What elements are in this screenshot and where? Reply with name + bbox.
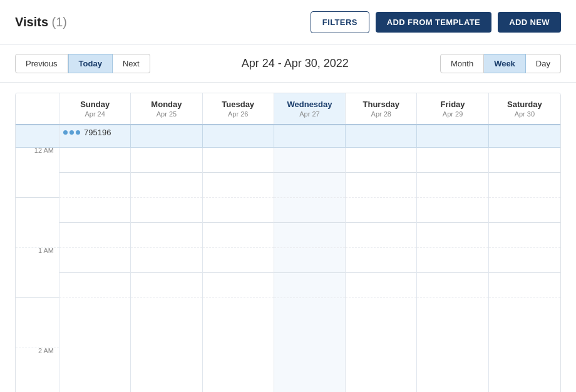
- next-button[interactable]: Next: [113, 54, 150, 73]
- event-dot: [76, 130, 80, 135]
- day-cell-3-2[interactable]: [274, 198, 345, 223]
- event-dots: [63, 130, 80, 135]
- cal-header-day-wednesday: WednesdayApr 27: [274, 93, 346, 124]
- top-actions: FILTERS ADD FROM TEMPLATE ADD NEW: [311, 11, 561, 33]
- time-slot-4: 2 AM: [16, 348, 59, 392]
- day-cell-6-5[interactable]: [489, 273, 560, 298]
- day-cell-5-3[interactable]: [417, 223, 488, 248]
- day-cell-6-0[interactable]: [489, 148, 560, 173]
- day-view-button[interactable]: Day: [526, 54, 561, 73]
- day-cell-2-5[interactable]: [203, 273, 274, 298]
- day-cell-2-0[interactable]: [203, 148, 274, 173]
- all-day-cell-4: [346, 125, 417, 147]
- time-slot-0: 12 AM: [16, 148, 59, 198]
- day-cell-5-4[interactable]: [417, 248, 488, 273]
- day-cell-0-0[interactable]: [59, 148, 130, 173]
- day-cell-3-5[interactable]: [274, 273, 345, 298]
- day-cell-0-4[interactable]: [59, 248, 130, 273]
- time-label: 1 AM: [38, 247, 54, 254]
- cal-header-day-monday: MondayApr 25: [131, 93, 202, 124]
- page-title: Visits (1): [15, 15, 67, 29]
- day-cell-3-3[interactable]: [274, 223, 345, 248]
- all-day-cell-1: [131, 125, 202, 147]
- add-new-button[interactable]: ADD NEW: [498, 12, 561, 33]
- day-cell-6-2[interactable]: [489, 198, 560, 223]
- day-cell-1-2[interactable]: [131, 198, 202, 223]
- day-cell-2-2[interactable]: [203, 198, 274, 223]
- cal-header-corner: [16, 93, 59, 124]
- event-chip[interactable]: 795196: [63, 128, 126, 137]
- all-day-cell-0: 795196: [59, 125, 131, 147]
- calendar-container: SundayApr 24MondayApr 25TuesdayApr 26Wed…: [15, 93, 561, 392]
- all-day-cell-6: [489, 125, 560, 147]
- all-day-cell-5: [417, 125, 488, 147]
- day-cell-1-0[interactable]: [131, 148, 202, 173]
- day-col-0: [59, 148, 131, 392]
- event-dot: [63, 130, 68, 135]
- day-cell-4-0[interactable]: [346, 148, 416, 173]
- day-cell-3-4[interactable]: [274, 248, 345, 273]
- time-column: 12 AM1 AM2 AM: [16, 148, 59, 392]
- day-cell-4-5[interactable]: [346, 273, 416, 298]
- date-range: Apr 24 - Apr 30, 2022: [242, 57, 349, 70]
- week-view-button[interactable]: Week: [484, 54, 526, 73]
- time-label: 2 AM: [38, 347, 54, 354]
- day-col-4: [346, 148, 417, 392]
- day-cell-2-3[interactable]: [203, 223, 274, 248]
- day-col-2: [203, 148, 274, 392]
- day-cell-1-1[interactable]: [131, 173, 202, 198]
- day-cell-5-0[interactable]: [417, 148, 488, 173]
- day-cell-1-3[interactable]: [131, 223, 202, 248]
- time-slot-1: [16, 198, 59, 248]
- all-day-cell-2: [203, 125, 274, 147]
- nav-left: Previous Today Next: [15, 54, 150, 73]
- day-cell-6-4[interactable]: [489, 248, 560, 273]
- cal-header-day-thursday: ThursdayApr 28: [346, 93, 417, 124]
- view-toggle: Month Week Day: [440, 54, 561, 73]
- day-cell-2-4[interactable]: [203, 248, 274, 273]
- day-cell-4-2[interactable]: [346, 198, 416, 223]
- cal-header-day-friday: FridayApr 29: [417, 93, 488, 124]
- cal-header-day-saturday: SaturdayApr 30: [489, 93, 560, 124]
- day-col-6: [489, 148, 560, 392]
- calendar-header: SundayApr 24MondayApr 25TuesdayApr 26Wed…: [16, 93, 560, 125]
- day-cell-2-1[interactable]: [203, 173, 274, 198]
- day-cell-4-3[interactable]: [346, 223, 416, 248]
- cal-header-day-tuesday: TuesdayApr 26: [203, 93, 274, 124]
- day-cell-3-1[interactable]: [274, 173, 345, 198]
- today-button[interactable]: Today: [68, 54, 113, 73]
- day-cell-5-1[interactable]: [417, 173, 488, 198]
- cal-header-day-sunday: SundayApr 24: [59, 93, 131, 124]
- days-grid: [59, 148, 560, 392]
- time-slot-3: [16, 298, 59, 348]
- event-dot: [69, 130, 74, 135]
- day-cell-3-0[interactable]: [274, 148, 345, 173]
- month-view-button[interactable]: Month: [440, 54, 484, 73]
- add-from-template-button[interactable]: ADD FROM TEMPLATE: [376, 12, 491, 33]
- day-cell-5-2[interactable]: [417, 198, 488, 223]
- day-cell-0-1[interactable]: [59, 173, 130, 198]
- day-cell-4-1[interactable]: [346, 173, 416, 198]
- day-cell-1-5[interactable]: [131, 273, 202, 298]
- all-day-row: 795196: [16, 125, 560, 148]
- time-label: 12 AM: [34, 148, 54, 154]
- event-id: 795196: [84, 128, 111, 137]
- calendar-body[interactable]: 12 AM1 AM2 AM: [16, 148, 560, 392]
- previous-button[interactable]: Previous: [15, 54, 68, 73]
- all-day-corner: [16, 125, 59, 147]
- day-cell-5-5[interactable]: [417, 273, 488, 298]
- day-col-5: [417, 148, 488, 392]
- day-cell-4-4[interactable]: [346, 248, 416, 273]
- day-cell-0-3[interactable]: [59, 223, 130, 248]
- day-cell-0-2[interactable]: [59, 198, 130, 223]
- day-cell-0-5[interactable]: [59, 273, 130, 298]
- day-col-1: [131, 148, 202, 392]
- time-slot-2: 1 AM: [16, 248, 59, 298]
- day-cell-6-1[interactable]: [489, 173, 560, 198]
- all-day-cell-3: [274, 125, 346, 147]
- day-cell-6-3[interactable]: [489, 223, 560, 248]
- day-col-3: [274, 148, 346, 392]
- filters-button[interactable]: FILTERS: [311, 11, 369, 33]
- day-cell-1-4[interactable]: [131, 248, 202, 273]
- top-bar: Visits (1) FILTERS ADD FROM TEMPLATE ADD…: [0, 0, 576, 45]
